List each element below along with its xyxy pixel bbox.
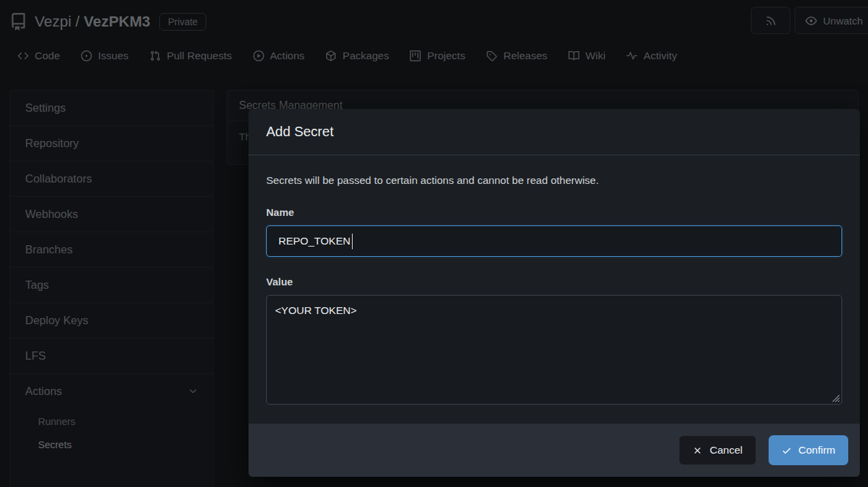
modal-description: Secrets will be passed to certain action…: [266, 173, 842, 187]
x-icon: [692, 445, 703, 456]
secret-name-input[interactable]: REPO_TOKEN: [266, 225, 842, 257]
modal-body: Secrets will be passed to certain action…: [248, 155, 860, 424]
add-secret-modal: Add Secret Secrets will be passed to cer…: [248, 109, 860, 477]
cancel-button[interactable]: Cancel: [679, 435, 756, 465]
confirm-label: Confirm: [799, 444, 835, 456]
modal-title: Add Secret: [248, 109, 860, 155]
modal-footer: Cancel Confirm: [248, 424, 860, 477]
secret-value-wrap: [266, 295, 842, 405]
name-label: Name: [266, 205, 842, 219]
secret-value-textarea[interactable]: [266, 295, 842, 405]
text-caret: [352, 234, 353, 249]
check-icon: [782, 445, 792, 456]
cancel-label: Cancel: [709, 444, 742, 456]
confirm-button[interactable]: Confirm: [769, 435, 848, 465]
secret-name-value: REPO_TOKEN: [278, 235, 351, 247]
value-label: Value: [266, 274, 842, 289]
